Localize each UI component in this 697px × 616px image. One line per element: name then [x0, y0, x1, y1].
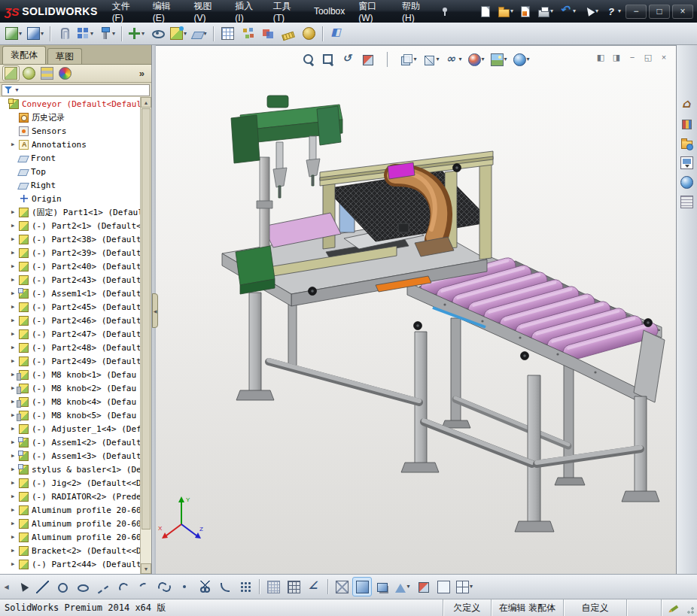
tree-item[interactable]: ▶ Aluminum profile 20-60: [0, 503, 151, 517]
grid-settings-icon[interactable]: [263, 577, 283, 596]
doc-pane-left-icon[interactable]: ◧: [595, 52, 607, 63]
spline-icon[interactable]: [154, 577, 174, 596]
tree-item[interactable]: Top: [0, 165, 151, 178]
tree-item[interactable]: ▶ (-) Part2<49> (Default<: [0, 354, 151, 368]
section-view-icon[interactable]: [413, 577, 433, 596]
smart-fasteners-icon[interactable]: [96, 24, 117, 44]
select-icon[interactable]: [12, 577, 32, 596]
smart-dimension-icon[interactable]: [304, 577, 324, 596]
publish-edrawings-icon[interactable]: [517, 3, 534, 20]
interference-detection-icon[interactable]: [258, 24, 278, 44]
expand-arrow-icon[interactable]: ▶: [11, 344, 19, 350]
tree-item[interactable]: Sensors: [0, 124, 151, 138]
tree-item[interactable]: ▶ (-) Part2<47> (Default<: [0, 327, 151, 341]
expand-arrow-icon[interactable]: ▶: [11, 331, 19, 337]
expand-arrow-icon[interactable]: ▶: [11, 236, 19, 242]
expand-arrow-icon[interactable]: ▶: [11, 223, 19, 229]
previous-view-icon[interactable]: [339, 50, 357, 68]
resize-grip[interactable]: [686, 599, 697, 616]
scroll-up-button[interactable]: ▲: [141, 97, 151, 108]
wireframe-icon[interactable]: [332, 577, 352, 596]
view-settings-icon[interactable]: [511, 50, 532, 68]
zoom-fit-icon[interactable]: [300, 50, 318, 68]
view-palette-icon[interactable]: [678, 153, 696, 171]
apply-scene-icon[interactable]: [489, 50, 510, 68]
tree-item[interactable]: Front: [0, 151, 151, 165]
measure-icon[interactable]: [278, 24, 298, 44]
toolbar-scroll-left-icon[interactable]: ◀: [2, 578, 11, 596]
tree-item[interactable]: ▶ (-) M8 knob<1> (Defau: [0, 368, 151, 381]
tree-scrollbar[interactable]: ▲ ▼: [140, 97, 151, 574]
menu-item[interactable]: 窗口(W): [352, 0, 395, 23]
panel-overflow-chevron[interactable]: »: [139, 68, 149, 79]
shadows-icon[interactable]: [373, 577, 392, 596]
quick-tips-cell[interactable]: [661, 599, 686, 616]
mate-icon[interactable]: [54, 24, 74, 44]
hide-show-items-icon[interactable]: [443, 50, 464, 68]
graphics-area[interactable]: Y X Z ◧◨−◱×: [156, 45, 676, 574]
circle-icon[interactable]: [53, 577, 72, 596]
tab-sketch[interactable]: 草图: [47, 48, 82, 64]
expand-arrow-icon[interactable]: ▶: [11, 358, 19, 364]
tree-item[interactable]: ▶ (-) M8 knob<2> (Defau: [0, 381, 151, 395]
custom-properties-icon[interactable]: [678, 193, 696, 211]
scroll-down-button[interactable]: ▼: [141, 563, 151, 574]
help-icon[interactable]: [602, 3, 623, 20]
ellipse-icon[interactable]: [73, 577, 93, 596]
section-properties-icon[interactable]: [327, 24, 346, 44]
centerline-icon[interactable]: [93, 577, 113, 596]
new-document-icon[interactable]: [477, 3, 495, 20]
tree-item[interactable]: ▶ (-) Part2<43> (Default<: [0, 273, 151, 287]
shaded-with-edges-icon[interactable]: [352, 577, 372, 596]
appearances-scenes-icon[interactable]: [678, 173, 696, 191]
expand-arrow-icon[interactable]: ▶: [11, 277, 19, 283]
point-icon[interactable]: [175, 577, 194, 596]
expand-arrow-icon[interactable]: ▶: [11, 250, 19, 256]
tree-item[interactable]: ▶ (-) Assem1<1> (Default<: [0, 287, 151, 300]
tree-item[interactable]: ▶ (-) Assem1<3> (Default<: [0, 449, 151, 463]
collapse-panel-handle[interactable]: ◀: [152, 293, 158, 328]
tree-item[interactable]: Origin: [0, 192, 151, 205]
tree-item[interactable]: ▶ stylus & basler<1> (Def: [0, 463, 151, 476]
tree-item[interactable]: ▶ (-) Part2<1> (Default<: [0, 219, 151, 232]
trim-entities-icon[interactable]: [195, 577, 215, 596]
expand-arrow-icon[interactable]: ▶: [11, 493, 19, 499]
menu-item[interactable]: 帮助(H): [395, 0, 437, 23]
tree-item[interactable]: ▶ (-) M8 knob<4> (Defau: [0, 395, 151, 408]
tab-assembly[interactable]: 装配体: [2, 46, 46, 64]
menu-item[interactable]: 编辑(E): [146, 0, 187, 23]
tree-item[interactable]: 历史记录: [0, 111, 151, 124]
move-component-icon[interactable]: [126, 24, 147, 44]
tree-item[interactable]: ▶ (-) Part2<38> (Default<: [0, 232, 151, 246]
assembly-features-icon[interactable]: [168, 24, 189, 44]
tree-item[interactable]: Conveyor (Default<Defaul: [0, 97, 151, 111]
undo-icon[interactable]: [557, 3, 578, 20]
tree-item[interactable]: ▶ (-) Part2<48> (Default<: [0, 341, 151, 354]
doc-pane-right-icon[interactable]: ◨: [610, 52, 622, 63]
menu-item[interactable]: 工具(T): [266, 0, 307, 23]
filter-caret-icon[interactable]: ▼: [14, 87, 20, 93]
menu-item[interactable]: Toolbox: [307, 0, 352, 23]
appearances-tab-icon[interactable]: [56, 65, 74, 81]
tree-item[interactable]: ▶ (固定) Part1<1> (Defaul: [0, 205, 151, 219]
tree-item[interactable]: ▶ (-) Part2<44> (Default<: [0, 557, 151, 571]
file-explorer-icon[interactable]: [678, 134, 696, 152]
bill-of-materials-icon[interactable]: [218, 24, 237, 44]
component-pattern-icon[interactable]: [75, 24, 96, 44]
insert-components-icon[interactable]: [25, 24, 46, 44]
exploded-view-icon[interactable]: [238, 24, 257, 44]
maximize-button[interactable]: □: [649, 5, 670, 19]
section-view-icon[interactable]: [358, 50, 376, 68]
menu-item[interactable]: 视图(V): [187, 0, 229, 23]
tree-item[interactable]: ▶ (-) Part2<45> (Default<: [0, 300, 151, 314]
design-library-icon[interactable]: [678, 114, 696, 132]
expand-arrow-icon[interactable]: ▶: [11, 548, 19, 554]
view-orientation-icon[interactable]: [397, 50, 419, 68]
print-icon[interactable]: [536, 3, 555, 20]
reference-geometry-icon[interactable]: [190, 24, 209, 44]
menu-pin-icon[interactable]: [440, 6, 449, 17]
model-3d-view[interactable]: Y X Z: [156, 46, 676, 574]
propertymanager-tab-icon[interactable]: [20, 65, 38, 81]
minimize-button[interactable]: −: [625, 5, 647, 19]
tree-item[interactable]: ▶ Annotations: [0, 138, 151, 151]
